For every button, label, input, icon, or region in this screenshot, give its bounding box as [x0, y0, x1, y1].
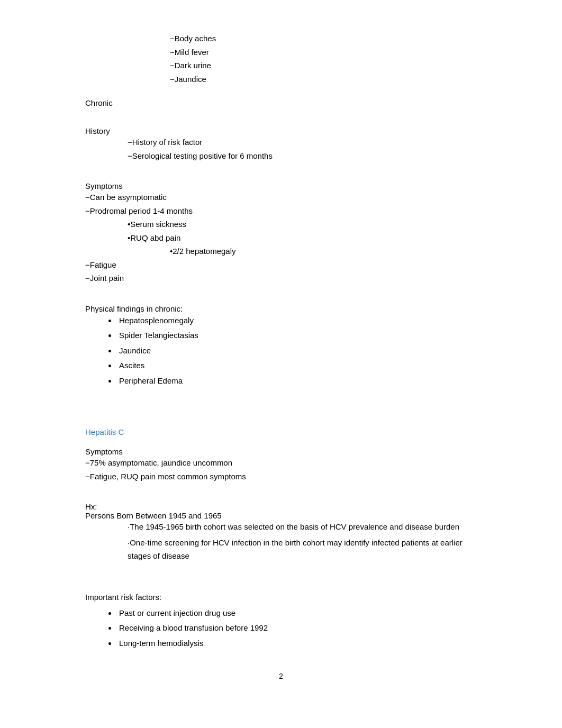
- physical-item-2: Spider Telangiectasias: [117, 328, 477, 343]
- risk-item-2: Receiving a blood transfusion before 199…: [117, 621, 477, 636]
- physical-list: Hepatosplenomegaly Spider Telangiectasia…: [117, 313, 477, 389]
- intro-item-3: −Dark urine: [170, 59, 477, 72]
- physical-heading: Physical findings in chronic:: [85, 304, 183, 313]
- intro-item-2: −Mild fever: [170, 46, 477, 59]
- physical-item-4: Ascites: [117, 358, 477, 374]
- history-items: −History of risk factor −Serological tes…: [128, 135, 477, 162]
- hx-item-2: ·One-time screening for HCV infection in…: [128, 536, 477, 563]
- risk-list: Past or current injection drug use Recei…: [117, 606, 477, 651]
- page-number: 2: [85, 672, 477, 680]
- symptom-1: −Can be asymptomatic: [85, 190, 477, 204]
- symptoms-list: −Can be asymptomatic −Prodromal period 1…: [85, 190, 477, 285]
- hepc-symptoms-list: −75% asymptomatic, jaundice uncommon −Fa…: [85, 456, 477, 483]
- hx-section: Hx: Persons Born Between 1945 and 1965 ·…: [85, 502, 477, 563]
- physical-section: Physical findings in chronic: Hepatosple…: [85, 304, 477, 389]
- physical-item-5: Peripheral Edema: [117, 374, 477, 389]
- risk-item-3: Long-term hemodialysis: [117, 636, 477, 651]
- history-item-2: −Serological testing positive for 6 mont…: [128, 149, 477, 163]
- intro-item-1: −Body aches: [170, 32, 477, 46]
- risk-section: Important risk factors: Past or current …: [85, 593, 477, 651]
- history-section: History −History of risk factor −Serolog…: [85, 126, 477, 162]
- intro-item-4: −Jaundice: [170, 72, 477, 86]
- risk-item-1: Past or current injection drug use: [117, 606, 477, 621]
- symptom-6: −Fatigue: [85, 258, 477, 272]
- symptoms-heading: Symptoms: [85, 181, 123, 190]
- symptom-5: •2/2 hepatomegaly: [170, 244, 477, 258]
- symptom-7: −Joint pain: [85, 271, 477, 285]
- hepc-symptom-1: −75% asymptomatic, jaundice uncommon: [85, 456, 477, 470]
- hx-persons: Persons Born Between 1945 and 1965: [85, 511, 477, 520]
- hx-indent-items: ·The 1945-1965 birth cohort was selected…: [128, 520, 477, 563]
- intro-list: −Body aches −Mild fever −Dark urine −Jau…: [170, 32, 477, 86]
- hepc-symptom-2: −Fatigue, RUQ pain most common symptoms: [85, 470, 477, 484]
- symptom-3: •Serum sickness: [128, 217, 477, 231]
- chronic-section: Chronic: [85, 98, 477, 107]
- physical-item-3: Jaundice: [117, 343, 477, 359]
- hepc-symptoms-section: Symptoms −75% asymptomatic, jaundice unc…: [85, 447, 477, 483]
- history-heading: History: [85, 126, 110, 135]
- history-item-1: −History of risk factor: [128, 135, 477, 149]
- hepatitis-c-heading: Hepatitis C: [85, 427, 477, 436]
- symptom-4: •RUQ abd pain: [128, 231, 477, 245]
- physical-item-1: Hepatosplenomegaly: [117, 313, 477, 329]
- chronic-heading: Chronic: [85, 98, 113, 107]
- hx-label: Hx:: [85, 502, 477, 511]
- risk-heading: Important risk factors:: [85, 593, 161, 602]
- hepc-symptoms-heading: Symptoms: [85, 447, 123, 456]
- hx-item-1: ·The 1945-1965 birth cohort was selected…: [128, 520, 477, 534]
- symptoms-section: Symptoms −Can be asymptomatic −Prodromal…: [85, 181, 477, 285]
- symptom-2: −Prodromal period 1-4 months: [85, 204, 477, 218]
